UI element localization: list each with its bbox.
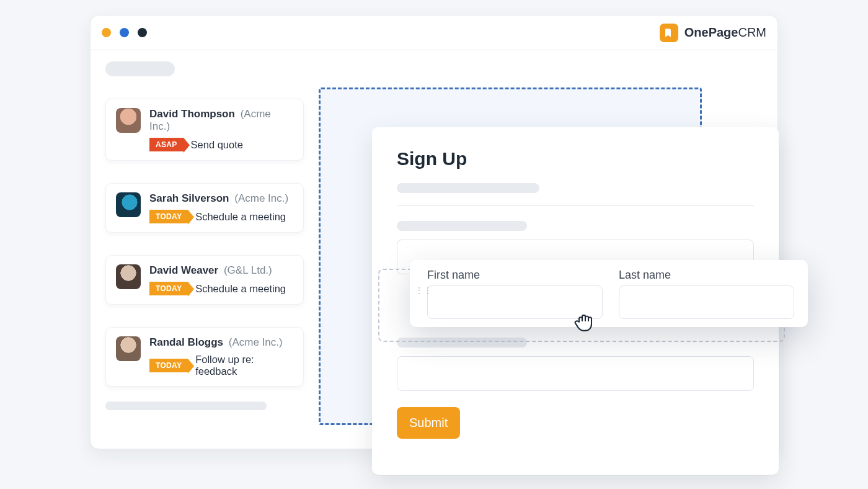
brand-logo: OnePageCRM	[660, 24, 766, 42]
brand-name-bold: OnePage	[684, 25, 738, 39]
last-name-label: Last name	[619, 269, 794, 282]
contact-name: Randal Bloggs	[149, 336, 223, 348]
app-window: OnePageCRM David Thompson (Acme Inc.) AS…	[90, 15, 778, 449]
avatar	[116, 264, 141, 289]
window-dot-dark[interactable]	[138, 28, 147, 37]
brand-name-light: CRM	[738, 25, 766, 39]
first-name-label: First name	[427, 269, 603, 282]
brand-badge-icon	[660, 24, 678, 42]
contact-name: David Weaver	[149, 264, 218, 276]
main-area: David Thompson (Acme Inc.) ASAP Send quo…	[91, 50, 777, 449]
title-bar: OnePageCRM	[91, 16, 777, 50]
sidebar-skeleton-bottom	[105, 402, 267, 410]
avatar	[116, 192, 141, 217]
priority-flag: TODAY	[149, 210, 188, 223]
submit-button[interactable]: Submit	[397, 407, 460, 439]
priority-flag: TODAY	[149, 282, 188, 295]
contact-company: (Acme Inc.)	[234, 192, 288, 204]
priority-flag: TODAY	[149, 359, 188, 372]
window-dot-orange[interactable]	[102, 28, 111, 37]
contact-card[interactable]: Randal Bloggs (Acme Inc.) TODAY Follow u…	[105, 327, 304, 387]
signup-input-2[interactable]	[397, 356, 754, 391]
contact-body: Sarah Silverson (Acme Inc.) TODAY Schedu…	[149, 192, 293, 223]
signup-skeleton-2	[397, 221, 527, 231]
signup-divider	[397, 205, 754, 206]
brand-text: OnePageCRM	[684, 25, 766, 40]
contact-task: Send quote	[191, 139, 243, 151]
contact-task: Schedule a meeting	[195, 211, 286, 223]
drag-handle-icon[interactable]: ⋮⋮	[415, 286, 432, 295]
contact-name: Sarah Silverson	[149, 192, 229, 204]
avatar	[116, 108, 141, 133]
signup-title: Sign Up	[397, 148, 754, 169]
last-name-input[interactable]	[619, 285, 794, 319]
contact-card[interactable]: David Weaver (G&L Ltd.) TODAY Schedule a…	[105, 255, 304, 305]
avatar	[116, 336, 141, 361]
contact-card[interactable]: David Thompson (Acme Inc.) ASAP Send quo…	[105, 99, 304, 161]
signup-skeleton-1	[397, 183, 539, 193]
contact-name: David Thompson	[149, 108, 235, 120]
contacts-sidebar: David Thompson (Acme Inc.) ASAP Send quo…	[105, 61, 304, 410]
first-name-input[interactable]	[427, 285, 603, 319]
priority-flag: ASAP	[149, 138, 184, 151]
window-dot-blue[interactable]	[120, 28, 129, 37]
contact-task: Schedule a meeting	[195, 283, 286, 295]
contact-body: David Weaver (G&L Ltd.) TODAY Schedule a…	[149, 264, 293, 295]
drag-preview-card[interactable]: ⋮⋮ First name Last name	[410, 260, 808, 327]
contact-company: (Acme Inc.)	[229, 336, 283, 348]
contact-body: David Thompson (Acme Inc.) ASAP Send quo…	[149, 108, 293, 151]
window-controls	[102, 28, 147, 37]
sidebar-skeleton-top	[105, 61, 175, 76]
contact-body: Randal Bloggs (Acme Inc.) TODAY Follow u…	[149, 336, 293, 377]
contact-card[interactable]: Sarah Silverson (Acme Inc.) TODAY Schedu…	[105, 183, 304, 233]
contact-task: Follow up re: feedback	[195, 354, 293, 377]
contact-company: (G&L Ltd.)	[224, 264, 272, 276]
